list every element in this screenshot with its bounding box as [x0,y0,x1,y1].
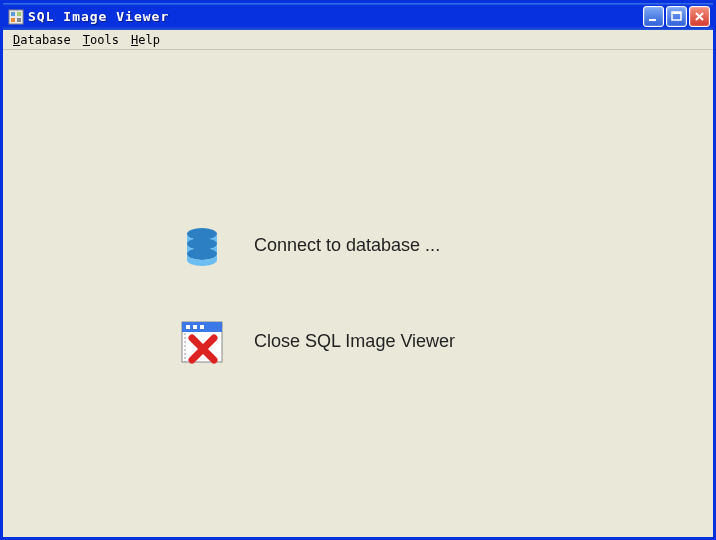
svg-point-10 [187,248,217,260]
titlebar: SQL Image Viewer [3,3,713,30]
content-area: Connect to database ... Close SQL Image … [3,50,713,537]
minimize-button[interactable] [643,6,664,27]
close-label[interactable]: Close SQL Image Viewer [254,331,455,352]
svg-rect-2 [17,12,21,16]
maximize-button[interactable] [666,6,687,27]
close-window-icon [178,318,226,366]
database-icon [178,222,226,270]
connect-label[interactable]: Connect to database ... [254,235,440,256]
menu-tools-rest: ools [90,33,119,47]
menu-help-rest: elp [138,33,160,47]
menubar: Database Tools Help [3,30,713,50]
app-window: SQL Image Viewer Database Tools [0,0,716,540]
window-title: SQL Image Viewer [28,9,643,24]
close-action[interactable]: Close SQL Image Viewer [178,318,538,366]
menu-help[interactable]: Help [125,32,166,48]
close-button[interactable] [689,6,710,27]
menu-database-rest: atabase [20,33,71,47]
svg-rect-13 [186,325,190,329]
svg-rect-4 [17,18,21,22]
svg-rect-5 [649,19,656,21]
svg-rect-3 [11,18,15,22]
svg-rect-7 [672,12,681,14]
svg-rect-1 [11,12,15,16]
svg-rect-15 [200,325,204,329]
window-controls [643,6,710,27]
menu-tools[interactable]: Tools [77,32,125,48]
app-icon [8,9,24,25]
menu-database[interactable]: Database [7,32,77,48]
connect-action[interactable]: Connect to database ... [178,222,538,270]
svg-rect-14 [193,325,197,329]
